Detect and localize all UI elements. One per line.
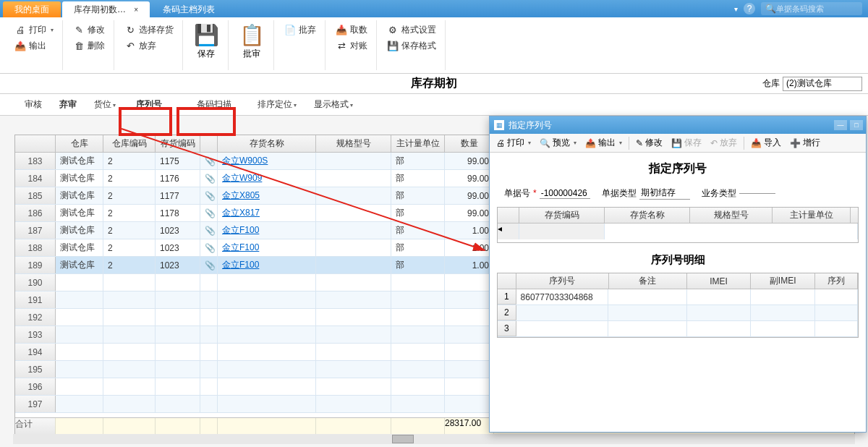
col-rownum[interactable] (15, 135, 56, 152)
serial-button[interactable]: 序列号 (129, 95, 169, 114)
print-button[interactable]: 🖨打印▾ (12, 22, 56, 38)
goods-link[interactable]: 金立W900S (222, 155, 268, 167)
horizontal-scrollbar[interactable] (13, 434, 855, 444)
col-subimei[interactable]: 副IMEI (751, 273, 815, 289)
tab-inventory[interactable]: 库存期初数… × (62, 1, 150, 17)
audit-button[interactable]: 审核 (17, 95, 49, 114)
sort-button[interactable]: 排序定位▾ (250, 95, 304, 114)
serial-cell[interactable]: 860777033304868 (516, 289, 609, 305)
dialog-toolbar: 🖨打印▾ 🔍预览▾ 📤输出▾ ✎修改 💾保存 ↶放弃 📥导入 ➕增行 (490, 134, 866, 153)
serial-row[interactable]: 1860777033304868 (498, 289, 858, 305)
paperclip-icon: 📎 (205, 226, 216, 236)
serial-cell[interactable] (516, 305, 609, 320)
col-note[interactable]: 备注 (609, 273, 687, 289)
fetch-button[interactable]: 📥取数 (333, 22, 370, 38)
goods-link[interactable]: 金立X805 (222, 190, 260, 202)
sub-toolbar: 审核 弃审 货位▾ 序列号 条码扫描 排序定位▾ 显示格式▾ (0, 94, 868, 116)
col-spec[interactable]: 规格型号 (690, 208, 773, 223)
abandon-audit-button[interactable]: 弃审 (52, 95, 84, 114)
col-qty[interactable]: 数量 (445, 135, 494, 152)
col-serial2[interactable]: 序列 (815, 273, 858, 289)
discard-icon: ↶ (710, 138, 718, 148)
search-input[interactable] (776, 4, 858, 13)
col-serial[interactable]: 序列号 (516, 273, 609, 289)
goods-link[interactable]: 金立X817 (222, 207, 260, 219)
export-icon: 📤 (585, 138, 596, 148)
dlg-addrow-button[interactable]: ➕增行 (786, 135, 824, 150)
dropdown-icon[interactable]: ▾ (734, 5, 738, 13)
format-button[interactable]: ⚙格式设置 (384, 22, 439, 38)
approve-button[interactable]: 📋批审 (236, 22, 268, 61)
discard-button[interactable]: ↶放弃 (122, 38, 176, 54)
dialog-grid-serial: 序列号 备注 IMEI 副IMEI 序列 186077703330486823 (497, 273, 859, 338)
save-button[interactable]: 💾保存 (190, 22, 222, 61)
col-goodscode[interactable]: 存货编码 (156, 135, 200, 152)
preview-icon: 🔍 (540, 138, 550, 148)
tab-barcode[interactable]: 条码主档列表 (151, 1, 226, 17)
export-icon: 📤 (14, 40, 26, 51)
paperclip-icon: 📎 (205, 208, 216, 218)
col-spec[interactable]: 规格型号 (316, 135, 391, 152)
col-unit[interactable]: 主计量单位 (391, 135, 445, 152)
search-box[interactable]: 🔍 (761, 2, 862, 15)
scrollbar-thumb[interactable] (392, 435, 414, 443)
refresh-icon: ↻ (124, 24, 136, 35)
col-warehouse[interactable]: 仓库 (56, 135, 103, 152)
maximize-button[interactable]: □ (850, 120, 863, 130)
warehouse-input[interactable] (783, 77, 862, 91)
scan-button[interactable]: 条码扫描 (190, 95, 239, 114)
dlg-preview-button[interactable]: 🔍预览▾ (536, 135, 580, 150)
goods-link[interactable]: 金立W909 (222, 172, 262, 184)
dlg-output-button[interactable]: 📤输出▾ (582, 135, 626, 150)
footer-label: 合计 (15, 418, 56, 435)
dialog-titlebar[interactable]: ▦ 指定序列号 — □ (490, 116, 866, 134)
dialog-title: 指定序列号 (509, 119, 552, 132)
dlg-import-button[interactable]: 📥导入 (747, 135, 785, 150)
page-title-bar: 库存期初 仓库 (0, 74, 868, 94)
reconcile-button[interactable]: ⇄对账 (333, 38, 370, 54)
warehouse-label: 仓库 (762, 77, 780, 90)
dlg-save-button[interactable]: 💾保存 (668, 135, 705, 150)
biz-value (739, 193, 775, 194)
dialog-subheading: 序列号明细 (490, 243, 866, 273)
help-icon[interactable]: ? (744, 3, 755, 14)
dlg-discard-button[interactable]: ↶放弃 (707, 135, 741, 150)
select-goods-button[interactable]: ↻选择存货 (122, 22, 176, 38)
batch-discard-button[interactable]: 📄批弃 (281, 22, 319, 38)
col-imei[interactable]: IMEI (687, 273, 752, 289)
display-format-button[interactable]: 显示格式▾ (307, 95, 360, 114)
serial-row[interactable]: 3 (498, 321, 858, 337)
serial-cell[interactable] (516, 321, 609, 336)
col-clip[interactable] (200, 135, 218, 152)
serial-dialog: ▦ 指定序列号 — □ 🖨打印▾ 🔍预览▾ 📤输出▾ ✎修改 💾保存 ↶放弃 📥… (489, 116, 867, 433)
col-code[interactable]: 存货编码 (519, 208, 605, 223)
col-whcode[interactable]: 仓库编码 (103, 135, 156, 152)
col-name[interactable]: 存货名称 (605, 208, 690, 223)
col-unit[interactable]: 主计量单位 (773, 208, 851, 223)
dlg-print-button[interactable]: 🖨打印▾ (493, 135, 535, 150)
gear-icon: ⚙ (387, 24, 399, 35)
tab-close-icon[interactable]: × (134, 6, 138, 14)
paperclip-icon: 📎 (205, 156, 216, 166)
addrow-icon: ➕ (790, 138, 801, 148)
tab-inventory-label: 库存期初数… (74, 4, 126, 14)
delete-button[interactable]: 🗑删除 (70, 38, 108, 54)
tab-desktop[interactable]: 我的桌面 (3, 1, 61, 17)
goods-link[interactable]: 金立F100 (222, 242, 259, 254)
serial-row[interactable]: 2 (498, 305, 858, 321)
paperclip-icon: 📎 (205, 260, 216, 271)
dialog-grid-goods: 存货编码 存货名称 规格型号 主计量单位 ◂ (497, 207, 859, 243)
location-button[interactable]: 货位▾ (87, 95, 123, 114)
goods-link[interactable]: 金立F100 (222, 259, 259, 271)
output-button[interactable]: 📤输出 (12, 38, 56, 54)
paperclip-icon: 📎 (205, 243, 216, 253)
save-icon: 💾 (195, 23, 218, 46)
printer-icon: 🖨 (496, 138, 505, 148)
save-format-button[interactable]: 💾保存格式 (384, 38, 439, 54)
col-goodsname[interactable]: 存货名称 (218, 135, 316, 152)
minimize-button[interactable]: — (834, 120, 847, 130)
goods-link[interactable]: 金立F100 (222, 224, 259, 237)
modify-button[interactable]: ✎修改 (70, 22, 108, 38)
dlg-modify-button[interactable]: ✎修改 (632, 135, 666, 150)
dialog-fields: 单据号*-100000426 单据类型期初结存 业务类型 (490, 184, 866, 207)
